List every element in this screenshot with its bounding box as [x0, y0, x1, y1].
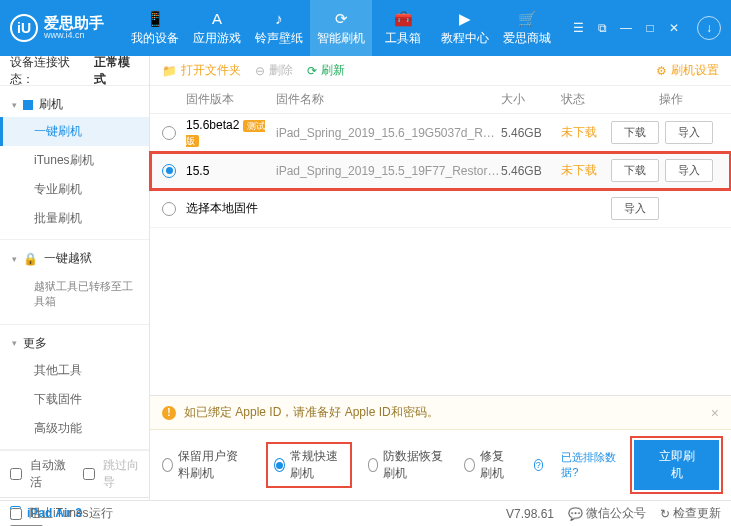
- sidebar-item-itunes[interactable]: iTunes刷机: [0, 146, 149, 175]
- table-row[interactable]: 15.6beta2测试版 iPad_Spring_2019_15.6_19G50…: [150, 114, 731, 152]
- square-icon: [23, 100, 33, 110]
- sidebar-item-advanced[interactable]: 高级功能: [0, 414, 149, 443]
- mode-keep-data[interactable]: 保留用户资料刷机: [162, 448, 250, 482]
- nav-toolbox[interactable]: 🧰工具箱: [372, 0, 434, 56]
- maximize-icon[interactable]: □: [643, 21, 657, 35]
- main-nav: 📱我的设备 A应用游戏 ♪铃声壁纸 ⟳智能刷机 🧰工具箱 ▶教程中心 🛒爱思商城: [124, 0, 558, 56]
- logo-icon: iU: [10, 14, 38, 42]
- flash-settings-button[interactable]: ⚙刷机设置: [656, 62, 719, 79]
- sidebar-jailbreak-head[interactable]: ▾🔒一键越狱: [0, 246, 149, 271]
- download-button[interactable]: 下载: [611, 121, 659, 144]
- row-radio[interactable]: [162, 126, 176, 140]
- sidebar-item-other[interactable]: 其他工具: [0, 356, 149, 385]
- folder-icon: 📁: [162, 64, 177, 78]
- import-button[interactable]: 导入: [665, 121, 713, 144]
- nav-apps[interactable]: A应用游戏: [186, 0, 248, 56]
- radio-icon: [274, 458, 285, 472]
- gear-icon: ⚙: [656, 64, 667, 78]
- import-button[interactable]: 导入: [665, 159, 713, 182]
- connection-status: 设备连接状态：正常模式: [0, 56, 149, 86]
- warning-icon: !: [162, 406, 176, 420]
- music-icon: ♪: [270, 10, 288, 28]
- chevron-down-icon: ▾: [12, 338, 17, 348]
- nav-tutorial[interactable]: ▶教程中心: [434, 0, 496, 56]
- update-icon: ↻: [660, 507, 670, 521]
- wechat-link[interactable]: 💬微信公众号: [568, 505, 646, 522]
- sidebar-more-head[interactable]: ▾更多: [0, 331, 149, 356]
- block-itunes-checkbox[interactable]: 阻止iTunes运行: [10, 505, 113, 522]
- table-header: 固件版本 固件名称 大小 状态 操作: [150, 86, 731, 114]
- table-row[interactable]: 15.5 iPad_Spring_2019_15.5_19F77_Restore…: [150, 152, 731, 190]
- row-radio[interactable]: [162, 202, 176, 216]
- version-label: V7.98.61: [506, 507, 554, 521]
- refresh-button[interactable]: ⟳刷新: [307, 62, 345, 79]
- mode-repair[interactable]: 修复刷机: [464, 448, 515, 482]
- radio-icon: [464, 458, 475, 472]
- open-folder-button[interactable]: 📁打开文件夹: [162, 62, 241, 79]
- restore-icon[interactable]: ⧉: [595, 21, 609, 35]
- sidebar-item-pro[interactable]: 专业刷机: [0, 175, 149, 204]
- table-row-local[interactable]: 选择本地固件 导入: [150, 190, 731, 228]
- lock-icon: 🔒: [23, 252, 38, 266]
- brand-url: www.i4.cn: [44, 31, 104, 41]
- nav-shop[interactable]: 🛒爱思商城: [496, 0, 558, 56]
- radio-icon: [162, 458, 173, 472]
- delete-icon: ⊖: [255, 64, 265, 78]
- row-radio[interactable]: [162, 164, 176, 178]
- exclude-data-link[interactable]: 已选排除数据?: [561, 450, 616, 480]
- apps-icon: A: [208, 10, 226, 28]
- chevron-down-icon: ▾: [12, 254, 17, 264]
- import-button[interactable]: 导入: [611, 197, 659, 220]
- device-icon: 📱: [146, 10, 164, 28]
- sidebar-item-oneclick[interactable]: 一键刷机: [0, 117, 149, 146]
- toolbox-icon: 🧰: [394, 10, 412, 28]
- firmware-name: iPad_Spring_2019_15.6_19G5037d_Restore.i…: [276, 126, 501, 140]
- cart-icon: 🛒: [518, 10, 536, 28]
- sidebar-item-download-fw[interactable]: 下载固件: [0, 385, 149, 414]
- delete-button[interactable]: ⊖删除: [255, 62, 293, 79]
- refresh-icon: ⟳: [332, 10, 350, 28]
- nav-flash[interactable]: ⟳智能刷机: [310, 0, 372, 56]
- auto-activate-checkbox[interactable]: [10, 468, 22, 480]
- info-icon[interactable]: ?: [534, 459, 544, 471]
- firmware-name: iPad_Spring_2019_15.5_19F77_Restore.ipsw: [276, 164, 501, 178]
- skip-guide-checkbox[interactable]: [83, 468, 95, 480]
- appleid-alert: ! 如已绑定 Apple ID，请准备好 Apple ID和密码。 ×: [150, 396, 731, 430]
- download-circle-icon[interactable]: ↓: [697, 16, 721, 40]
- app-logo: iU 爱思助手 www.i4.cn: [10, 14, 104, 42]
- flash-now-button[interactable]: 立即刷机: [634, 440, 719, 490]
- check-update-link[interactable]: ↻检查更新: [660, 505, 721, 522]
- mode-quick[interactable]: 常规快速刷机: [268, 444, 350, 486]
- mode-antirecovery[interactable]: 防数据恢复刷机: [368, 448, 447, 482]
- close-icon[interactable]: ✕: [667, 21, 681, 35]
- jailbreak-note: 越狱工具已转移至工具箱: [0, 271, 149, 318]
- chevron-down-icon: ▾: [12, 100, 17, 110]
- download-button[interactable]: 下载: [611, 159, 659, 182]
- refresh-icon: ⟳: [307, 64, 317, 78]
- menu-icon[interactable]: ☰: [571, 21, 585, 35]
- nav-my-device[interactable]: 📱我的设备: [124, 0, 186, 56]
- alert-close-icon[interactable]: ×: [711, 405, 719, 421]
- sidebar-item-batch[interactable]: 批量刷机: [0, 204, 149, 233]
- nav-ringtones[interactable]: ♪铃声壁纸: [248, 0, 310, 56]
- wechat-icon: 💬: [568, 507, 583, 521]
- play-icon: ▶: [456, 10, 474, 28]
- sidebar-flash-head[interactable]: ▾刷机: [0, 92, 149, 117]
- minimize-icon[interactable]: —: [619, 21, 633, 35]
- brand-name: 爱思助手: [44, 15, 104, 32]
- radio-icon: [368, 458, 379, 472]
